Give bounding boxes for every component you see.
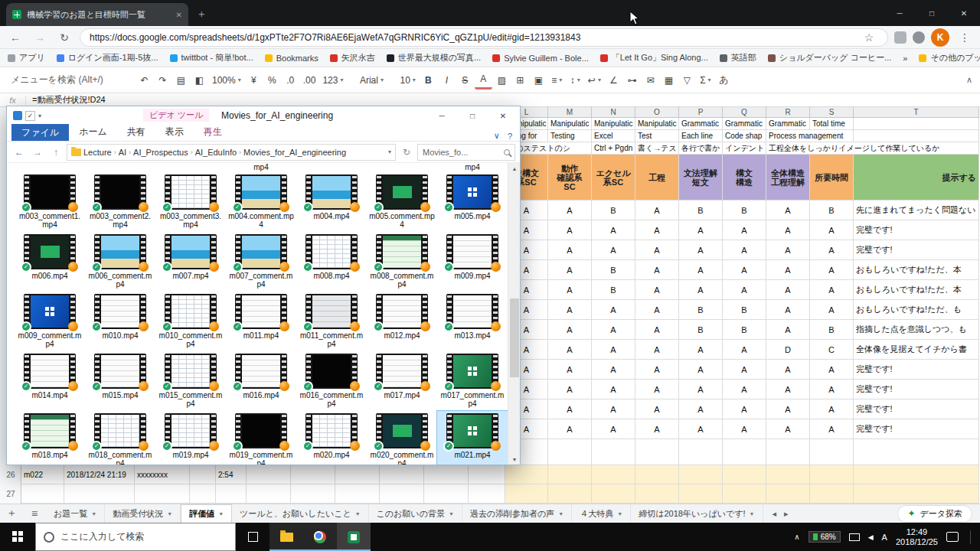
explorer-scrollbar[interactable]: ▲ ▼ — [508, 163, 520, 465]
paint-format-button[interactable]: ◧ — [191, 71, 208, 90]
grade-cell[interactable]: A — [723, 380, 766, 399]
grid-cell[interactable] — [592, 465, 635, 484]
grid-cell[interactable] — [469, 484, 505, 504]
grade-cell[interactable]: A — [679, 360, 723, 380]
file-item[interactable]: ✓m011.mp4 — [226, 292, 296, 351]
minimize-button[interactable]: ─ — [884, 0, 916, 26]
grade-cell[interactable]: B — [723, 320, 766, 340]
grade-cell[interactable]: A — [679, 340, 723, 360]
grade-cell[interactable]: A — [548, 419, 592, 439]
grade-cell[interactable]: A — [766, 220, 810, 240]
grade-cell[interactable]: A — [766, 320, 810, 340]
grid-cell[interactable] — [635, 439, 679, 465]
column-header[interactable]: S — [810, 107, 854, 118]
file-item[interactable]: ✓m018_comment.mp4 — [85, 411, 155, 465]
help-icon[interactable]: ? — [508, 132, 512, 141]
more-formats-button[interactable]: 123 — [319, 71, 346, 90]
show-desktop-button[interactable] — [970, 530, 974, 544]
taskbar-green-app-button[interactable] — [337, 523, 371, 551]
taskbar-explorer-button[interactable] — [270, 523, 303, 551]
file-item[interactable]: ✓m016.mp4 — [226, 351, 296, 411]
grade-cell[interactable]: A — [723, 360, 766, 380]
insert-link-button[interactable]: ⊶ — [623, 71, 641, 90]
file-item[interactable]: ✓m007_comment.mp4 — [226, 232, 296, 292]
grid-cell[interactable]: 2018/12/24 21:19 — [64, 465, 135, 484]
grid-cell[interactable] — [380, 484, 424, 504]
ribbon-tab-ファイル[interactable]: ファイル — [11, 124, 69, 141]
grade-cell[interactable]: A — [548, 300, 592, 320]
grid-cell[interactable] — [854, 484, 979, 504]
grade-cell[interactable]: A — [592, 360, 635, 380]
file-item[interactable]: ✓m004.mp4 — [296, 172, 367, 232]
grade-cell[interactable]: A — [548, 340, 592, 360]
grid-cell[interactable] — [635, 484, 679, 504]
file-item[interactable]: ✓m011_comment.mp4 — [296, 292, 367, 351]
refresh-icon[interactable]: ↻ — [399, 145, 414, 160]
grade-cell[interactable]: B — [592, 260, 635, 280]
grade-cell[interactable]: A — [592, 419, 635, 439]
sheet-tab[interactable]: 動画受付状況▼ — [105, 504, 181, 523]
feedback-cell[interactable]: 指摘した点を意識しつつ、も — [854, 320, 979, 340]
grade-cell[interactable]: A — [723, 340, 766, 360]
sheet-tab[interactable]: 締切は2018年いっぱいです!▼ — [631, 504, 763, 523]
sheet-tab-caret-icon[interactable]: ▼ — [355, 511, 361, 517]
grid-cell[interactable]: Ctrl + Pgdn — [592, 142, 635, 155]
file-item[interactable]: ✓m017.mp4 — [367, 351, 437, 411]
grid-cell[interactable]: Code shap — [723, 130, 766, 142]
zoom-select[interactable]: 100% — [209, 71, 244, 90]
percent-format-button[interactable]: % — [263, 71, 281, 90]
grid-cell[interactable] — [469, 465, 505, 484]
grade-cell[interactable]: A — [635, 201, 679, 220]
grid-cell[interactable] — [854, 118, 979, 130]
back-button[interactable]: ← — [6, 28, 24, 47]
file-item[interactable]: ✓m015.mp4 — [85, 351, 155, 411]
file-item[interactable]: ✓m010_comment.mp4 — [155, 292, 226, 351]
grade-cell[interactable]: A — [635, 340, 679, 360]
taskbar-chrome-button[interactable] — [303, 523, 337, 551]
feedback-cell[interactable]: 全体像を見据えてイチから書 — [854, 340, 979, 360]
sheet-tab[interactable]: お題一覧▼ — [46, 504, 105, 523]
category-header-cell[interactable]: 工程 — [635, 155, 679, 201]
file-item[interactable]: ✓m004.comment.mp4 — [226, 172, 296, 232]
explore-button[interactable]: ✦ データ探索 — [897, 505, 972, 523]
print-button[interactable]: ▤ — [172, 71, 190, 90]
grade-cell[interactable]: B — [723, 201, 766, 220]
grid-cell[interactable] — [679, 439, 723, 465]
grade-cell[interactable]: A — [592, 320, 635, 340]
italic-button[interactable]: I — [438, 71, 456, 90]
grid-cell[interactable] — [505, 484, 548, 504]
grid-cell[interactable] — [424, 484, 469, 504]
explorer-titlebar[interactable]: ✓ ▾ ビデオ ツール Movies_for_AI_engineering ─ … — [7, 106, 520, 125]
currency-format-button[interactable]: ¥ — [245, 71, 263, 90]
sheet-tab-caret-icon[interactable]: ▼ — [449, 511, 454, 517]
sheet-tab[interactable]: このお願いの背景▼ — [369, 504, 462, 523]
grid-cell[interactable] — [766, 484, 810, 504]
grade-cell[interactable]: A — [548, 201, 592, 220]
breadcrumb[interactable]: Lecture›AI›AI_Prospectus›AI_EduInfo›Movi… — [67, 144, 396, 161]
grade-cell[interactable]: A — [679, 240, 723, 260]
grade-cell[interactable]: A — [810, 280, 854, 300]
scrollbar-thumb[interactable] — [510, 298, 519, 377]
explorer-minimize-button[interactable]: ─ — [426, 106, 457, 125]
grid-cell[interactable] — [592, 439, 635, 465]
breadcrumb-dropdown-icon[interactable]: ▾ — [388, 148, 391, 155]
file-item[interactable]: ✓m015_comment.mp4 — [155, 351, 226, 411]
text-color-button[interactable]: A — [475, 71, 492, 90]
grade-cell[interactable]: A — [766, 280, 810, 300]
scroll-up-icon[interactable]: ▲ — [508, 163, 521, 174]
grade-cell[interactable]: A — [592, 220, 635, 240]
row-number[interactable]: 27 — [0, 490, 21, 498]
column-header[interactable]: O — [635, 107, 679, 118]
breadcrumb-item[interactable]: AI — [119, 148, 126, 157]
vertical-align-button[interactable]: ↕ — [567, 71, 584, 90]
quick-check-icon[interactable]: ✓ — [25, 111, 35, 121]
bookmark-star-icon[interactable]: ☆ — [860, 28, 878, 47]
grid-cell[interactable]: 各行で書か — [679, 142, 723, 155]
grid-cell[interactable] — [335, 484, 380, 504]
category-header-cell[interactable]: 動作 確認系 SC — [548, 155, 592, 201]
sheet-tab-caret-icon[interactable]: ▼ — [167, 511, 172, 517]
grade-cell[interactable]: A — [548, 320, 592, 340]
quick-access-dropdown-icon[interactable]: ▾ — [38, 112, 41, 119]
grid-cell[interactable] — [21, 484, 64, 504]
file-item[interactable]: ✓m019.mp4 — [155, 411, 226, 465]
